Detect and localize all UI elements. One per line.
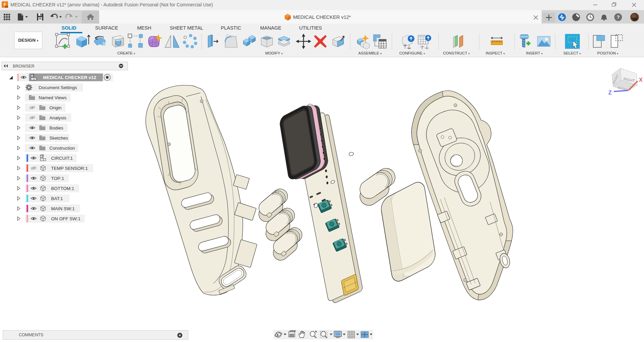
svg-text:MEDICAL CHECKER v12: MEDICAL CHECKER v12 [43, 75, 96, 80]
svg-text:CIRCUIT:1: CIRCUIT:1 [51, 156, 73, 161]
svg-text:BAT:1: BAT:1 [51, 196, 63, 201]
svg-text:Construction: Construction [49, 146, 75, 151]
svg-text:TOP:1: TOP:1 [51, 176, 64, 181]
svg-text:X: X [639, 77, 643, 83]
svg-text:MAIN SW:1: MAIN SW:1 [51, 206, 75, 211]
svg-text:TEMP SENSOR:1: TEMP SENSOR:1 [51, 166, 88, 171]
svg-text:Document Settings: Document Settings [39, 85, 77, 90]
svg-text:Origin: Origin [49, 105, 62, 110]
svg-text:BROWSER: BROWSER [13, 64, 35, 69]
svg-text:Named Views: Named Views [39, 95, 67, 100]
svg-text:Analysis: Analysis [49, 115, 67, 120]
svg-text:Z: Z [608, 90, 612, 96]
svg-text:Bodies: Bodies [49, 125, 64, 130]
svg-text:ON OFF SW:1: ON OFF SW:1 [51, 216, 81, 221]
svg-text:BOTTOM:1: BOTTOM:1 [51, 186, 74, 191]
svg-text:Sketches: Sketches [49, 136, 68, 141]
